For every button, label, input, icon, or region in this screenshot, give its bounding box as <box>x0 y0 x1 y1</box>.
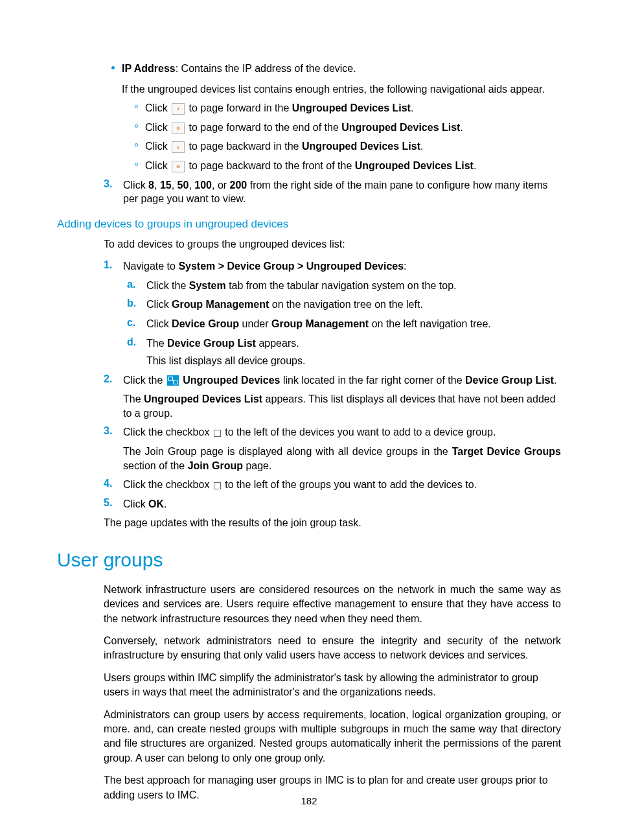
checkbox-icon <box>214 482 221 489</box>
nav-aid-item: Click » to page forward to the end of th… <box>127 121 561 135</box>
continuation-text: The Ungrouped Devices List appears. This… <box>123 392 561 420</box>
substep-label: a. <box>127 279 146 293</box>
text: to the left of the groups you want to ad… <box>222 479 477 490</box>
nav-path: System > Device Group > Ungrouped Device… <box>178 261 404 272</box>
checkbox-icon <box>214 430 221 437</box>
nav-aid-content: Click » to page forward to the end of th… <box>145 121 561 135</box>
text: to page backward to the front of the <box>186 160 355 171</box>
page-nav-icon: ‹ <box>172 141 185 153</box>
text: Click <box>146 318 172 329</box>
circle-bullet-icon <box>127 101 145 115</box>
text: . <box>554 375 556 386</box>
text: appears. <box>256 338 299 349</box>
text: Click <box>145 122 170 133</box>
text: to page forward to the end of the <box>186 122 341 133</box>
text: Click the <box>146 280 189 291</box>
nav-aid-content: Click « to page backward to the front of… <box>145 159 561 173</box>
substep-content: The Device Group List appears. This list… <box>146 336 561 368</box>
text: . <box>411 102 413 113</box>
step-content: Click the checkbox to the left of the gr… <box>123 478 561 492</box>
paragraph: Users groups within IMC simplify the adm… <box>104 671 561 700</box>
ui-element: Device Group List <box>465 375 554 386</box>
section-heading: User groups <box>57 549 561 571</box>
ui-element: Ungrouped Devices List <box>144 393 262 404</box>
step-item: 5. Click OK. <box>104 497 561 511</box>
text: section of the <box>123 460 188 471</box>
substep-content: Click Device Group under Group Managemen… <box>146 317 561 331</box>
ui-element: System <box>189 280 226 291</box>
list-name: Ungrouped Devices List <box>341 122 460 133</box>
bullet-icon <box>104 62 122 96</box>
text: If the ungrouped devices list contains e… <box>122 82 561 97</box>
nav-aid-content: Click ‹ to page backward in the Ungroupe… <box>145 139 561 154</box>
step-item: 3. Click 8, 15, 50, 100, or 200 from the… <box>104 178 561 206</box>
text: : <box>404 261 406 272</box>
text: , <box>189 180 194 191</box>
text: Click <box>146 299 172 310</box>
substep-item: d. The Device Group List appears. This l… <box>127 336 561 368</box>
step-number: 4. <box>104 478 123 492</box>
text: The <box>123 393 144 404</box>
ui-element: Device Group List <box>167 338 256 349</box>
circle-bullet-icon <box>127 159 145 173</box>
text: under <box>239 318 271 329</box>
text: . <box>420 141 423 152</box>
text: The Join Group page is displayed along w… <box>123 446 452 457</box>
link-name: Ungrouped Devices <box>183 375 280 386</box>
subsection-heading: Adding devices to groups in ungrouped de… <box>57 218 561 231</box>
step-item: 2. Click the Ungrouped Devices link loca… <box>104 373 561 421</box>
text: Click <box>123 180 148 191</box>
text: Click the checkbox <box>123 479 212 490</box>
value: 100 <box>194 180 212 191</box>
substep-label: c. <box>127 317 146 331</box>
list-item-content: IP Address: Contains the IP address of t… <box>122 62 561 96</box>
text: This list displays all device groups. <box>146 354 561 368</box>
substep-item: a. Click the System tab from the tabular… <box>127 279 561 293</box>
nav-aid-content: Click › to page forward in the Ungrouped… <box>145 101 561 115</box>
list-item-ip-address: IP Address: Contains the IP address of t… <box>104 62 561 96</box>
step-content: Click the checkbox to the left of the de… <box>123 425 561 472</box>
nav-aid-item: Click ‹ to page backward in the Ungroupe… <box>127 139 561 154</box>
substep-content: Click the System tab from the tabular na… <box>146 279 561 293</box>
step-number: 3. <box>104 178 123 206</box>
text: to page forward in the <box>186 102 292 113</box>
nav-aid-item: Click › to page forward in the Ungrouped… <box>127 101 561 115</box>
text: , or <box>212 180 230 191</box>
text: , <box>154 180 160 191</box>
substep-label: d. <box>127 336 146 368</box>
nav-aid-item: Click « to page backward to the front of… <box>127 159 561 173</box>
step-number: 1. <box>104 259 123 274</box>
page-number: 182 <box>0 795 618 806</box>
text: link located in the far right corner of … <box>280 375 465 386</box>
step-content: Click OK. <box>123 497 561 511</box>
paragraph: Network infrastructure users are conside… <box>104 583 561 626</box>
text: . <box>164 498 166 509</box>
text: on the left navigation tree. <box>369 318 491 329</box>
list-name: Ungrouped Devices List <box>355 160 474 171</box>
text: Click <box>145 102 170 113</box>
text: to the left of the devices you want to a… <box>222 426 496 438</box>
intro-text: To add devices to groups the ungrouped d… <box>104 237 561 251</box>
continuation-text: The Join Group page is displayed along w… <box>123 445 561 472</box>
text: to page backward in the <box>186 141 302 152</box>
text: page. <box>243 460 271 471</box>
list-name: Ungrouped Devices List <box>302 141 420 152</box>
text: Click the <box>123 375 166 386</box>
outro-text: The page updates with the results of the… <box>104 516 561 530</box>
step-item: 4. Click the checkbox to the left of the… <box>104 478 561 492</box>
value: 8 <box>148 180 154 191</box>
step-content: Click 8, 15, 50, 100, or 200 from the ri… <box>123 178 561 206</box>
label-ip-address: IP Address <box>122 63 176 74</box>
text: . <box>460 122 463 133</box>
step-number: 5. <box>104 497 123 511</box>
page-nav-icon: › <box>172 103 185 115</box>
text: The <box>146 338 167 349</box>
step-number: 3. <box>104 425 123 472</box>
paragraph: Administrators can group users by access… <box>104 708 561 766</box>
ui-element: Target Device Groups <box>452 446 561 457</box>
text: tab from the tabular navigation system o… <box>226 280 457 291</box>
substep-label: b. <box>127 298 146 312</box>
text: on the navigation tree on the left. <box>269 299 423 310</box>
ui-element: Device Group <box>172 318 239 329</box>
step-number: 2. <box>104 373 123 421</box>
